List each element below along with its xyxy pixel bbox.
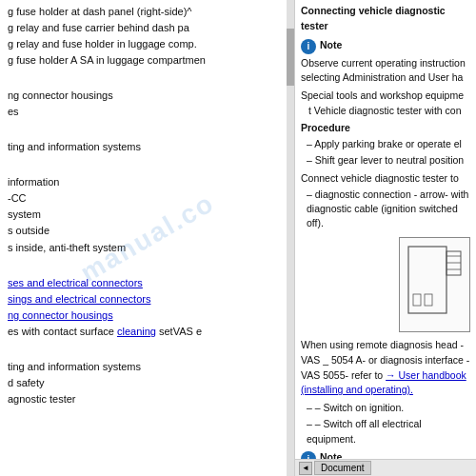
line-2: g relay and fuse carrier behind dash pa <box>8 20 288 36</box>
line-1: g fuse holder at dash panel (right-side)… <box>8 4 288 20</box>
note1-text: Observe current operating instruction se… <box>301 56 470 87</box>
switch-on: – Switch on ignition. <box>301 401 470 416</box>
line-5: ng connector housings <box>8 88 288 104</box>
left-content: g fuse holder at dash panel (right-side)… <box>0 0 294 411</box>
special-text: Special tools and workshop equipme <box>301 89 470 104</box>
svg-rect-1 <box>446 251 461 275</box>
svg-rect-0 <box>408 247 446 313</box>
line-8: information <box>8 174 288 190</box>
line-4: g fuse holder A SA in luggage compartmen <box>8 52 288 69</box>
bottom-bar-right: ◄ Document <box>295 459 476 476</box>
user-handbook-link[interactable]: → User handbook (installing and operatin… <box>301 369 466 396</box>
line-3: g relay and fuse holder in luggage comp. <box>8 36 288 52</box>
line-10: system <box>8 207 288 223</box>
step-1: Apply parking brake or operate el <box>301 137 470 152</box>
line-17: ting and information systems <box>8 359 288 375</box>
line-6: es <box>8 104 288 120</box>
right-title: Connecting vehicle diagnostic tester <box>301 4 470 34</box>
remote-text: When using remote diagnosis head -VAS _ … <box>301 338 470 398</box>
line-18: d safety <box>8 375 288 391</box>
step-2: Shift gear lever to neutral position <box>301 153 470 169</box>
special-item: t Vehicle diagnostic tester with con <box>301 104 470 119</box>
procedure-label: Procedure <box>301 121 470 136</box>
left-scrollbar-thumb[interactable] <box>287 29 294 86</box>
connect-detail: – diagnostic connection - arrow- with di… <box>301 188 470 231</box>
document-tab[interactable]: Document <box>314 461 371 475</box>
left-scrollbar[interactable] <box>287 0 294 476</box>
line-11: s outside <box>8 223 288 239</box>
line-16: es with contact surface cleaning setVAS … <box>8 324 288 340</box>
right-panel: Connecting vehicle diagnostic tester i N… <box>295 0 476 476</box>
right-content: Connecting vehicle diagnostic tester i N… <box>295 0 476 476</box>
switch-off: – Switch off all electrical equipment. <box>301 417 470 447</box>
line-12: s inside, anti-theft system <box>8 240 288 256</box>
note-icon-1: i <box>301 39 316 54</box>
line-14[interactable]: sings and electrical connectors <box>8 291 288 307</box>
line-13[interactable]: ses and electrical connectors <box>8 275 288 291</box>
connect-text: Connect vehicle diagnostic tester to <box>301 171 470 187</box>
line-19: agnostic tester <box>8 391 288 407</box>
note-box-1: i Note <box>301 38 470 54</box>
note-label-1: Note <box>320 38 342 53</box>
diagram <box>399 237 470 332</box>
nav-left-arrow[interactable]: ◄ <box>299 462 312 475</box>
line-15[interactable]: ng connector housings <box>8 307 288 324</box>
line-9: -CC <box>8 190 288 207</box>
svg-rect-5 <box>413 294 421 306</box>
svg-rect-6 <box>425 294 432 306</box>
line-7: ting and information systems <box>8 139 288 155</box>
left-panel: g fuse holder at dash panel (right-side)… <box>0 0 295 476</box>
